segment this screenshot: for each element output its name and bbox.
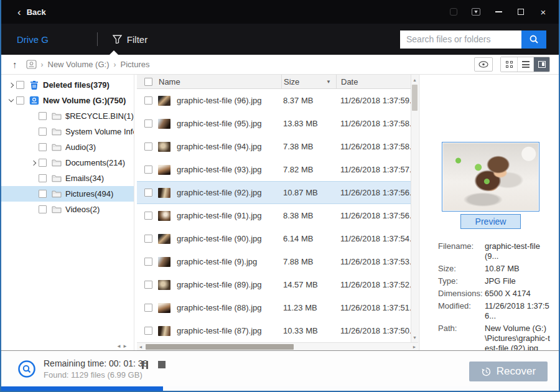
expand-arrow-icon[interactable] (6, 83, 16, 87)
scroll-left-icon[interactable]: ◄ (116, 343, 121, 349)
list-view-button[interactable] (517, 57, 533, 72)
tree-checkbox[interactable] (39, 174, 47, 182)
tree-item[interactable]: Audio(3) (1, 139, 134, 155)
horizontal-scroll-thumb[interactable] (146, 344, 294, 350)
tree-item[interactable]: New Volume (G:)(750) (1, 93, 134, 108)
select-all-checkbox[interactable] (144, 78, 152, 86)
vertical-scroll-thumb[interactable] (412, 85, 418, 111)
tree-item[interactable]: $RECYCLE.BIN(1) (1, 108, 134, 124)
minimize-button[interactable] (490, 5, 506, 19)
file-name: graphic-test-file (94).jpg (177, 142, 262, 151)
sort-desc-icon[interactable]: ▼ (326, 79, 331, 85)
scroll-right-icon[interactable]: ► (411, 343, 418, 350)
panel-toggle-icon[interactable] (468, 5, 484, 19)
preview-button[interactable]: Preview (460, 214, 521, 229)
scroll-down-icon[interactable]: ▼ (411, 334, 418, 341)
search-input[interactable] (400, 30, 521, 49)
file-size: 8.37 MB (281, 96, 336, 105)
scroll-left-icon[interactable]: ◄ (137, 343, 144, 350)
tree-checkbox[interactable] (39, 159, 47, 167)
view-mode-group (500, 57, 550, 72)
table-row[interactable]: graphic-test-file (96).jpg 8.37 MB 11/26… (137, 89, 411, 112)
scroll-right-icon[interactable]: ► (123, 343, 128, 349)
preview-pane-button[interactable] (533, 57, 549, 72)
up-arrow-icon[interactable]: ↑ (12, 59, 17, 70)
column-header-date[interactable]: Date (336, 75, 411, 88)
expand-arrow-icon[interactable] (6, 100, 16, 101)
row-checkbox[interactable] (144, 212, 152, 220)
table-row[interactable]: graphic-test-file (90).jpg 6.14 MB 11/26… (137, 227, 411, 250)
file-size: 7.88 MB (281, 257, 336, 266)
grid-view-button[interactable] (501, 57, 517, 72)
eye-icon (478, 61, 488, 68)
tree-item-icon (51, 111, 62, 121)
file-size: 10.33 MB (281, 326, 336, 335)
tree-checkbox[interactable] (39, 112, 47, 120)
table-row[interactable]: graphic-test-file (94).jpg 7.38 MB 11/26… (137, 135, 411, 158)
back-button[interactable]: ‹ Back (17, 7, 46, 17)
table-row[interactable]: graphic-test-file (87).jpg 10.33 MB 11/2… (137, 319, 411, 342)
close-button[interactable]: × (535, 5, 551, 19)
stop-button[interactable] (158, 361, 166, 368)
tree-checkbox[interactable] (39, 128, 47, 136)
row-checkbox[interactable] (144, 96, 152, 105)
table-row[interactable]: graphic-test-file (91).jpg 8.38 MB 11/26… (137, 204, 411, 227)
tree-item[interactable]: Documents(214) (1, 155, 134, 170)
maximize-button[interactable] (513, 5, 529, 19)
table-row[interactable]: graphic-test-file (88).jpg 11.23 MB 11/2… (137, 296, 411, 319)
tab-drive-g[interactable]: Drive G (17, 34, 49, 45)
tree-item[interactable]: Videos(2) (1, 202, 134, 217)
recover-button[interactable]: Recover (469, 362, 548, 381)
file-name: graphic-test-file (90).jpg (177, 234, 262, 243)
sidebar-scrollbar[interactable]: ◄ ► (116, 343, 128, 349)
tree-item-label: Audio(3) (65, 142, 96, 152)
breadcrumb-folder[interactable]: Pictures (120, 60, 149, 69)
file-name: graphic-test-file (87).jpg (177, 326, 262, 335)
file-name: graphic-test-file (96).jpg (177, 96, 262, 105)
file-thumbnail (158, 303, 170, 313)
search-bar (400, 30, 546, 49)
row-checkbox[interactable] (144, 189, 152, 197)
horizontal-scrollbar[interactable]: ◄ ► (137, 342, 418, 350)
table-row[interactable]: graphic-test-file (93).jpg 7.82 MB 11/26… (137, 158, 411, 181)
tree-checkbox[interactable] (16, 96, 24, 105)
file-date: 11/26/2018 1:37:53. (336, 257, 411, 266)
tree-item-label: Pictures(494) (65, 189, 113, 198)
vertical-scrollbar[interactable]: ▲ ▼ (411, 75, 418, 342)
row-checkbox[interactable] (144, 304, 152, 312)
tree-checkbox[interactable] (39, 143, 47, 151)
file-name: graphic-test-file (92).jpg (177, 188, 262, 197)
preview-eye-button[interactable] (474, 57, 493, 72)
file-date: 11/26/2018 1:37:51. (336, 303, 411, 312)
table-row[interactable]: graphic-test-file (89).jpg 14.57 MB 11/2… (137, 273, 411, 296)
tree-item[interactable]: Pictures(494) (1, 186, 134, 202)
tree-item[interactable]: Deleted files(379) (1, 77, 134, 93)
row-checkbox[interactable] (144, 281, 152, 289)
capture-icon[interactable] (446, 5, 462, 19)
table-row[interactable]: graphic-test-file (9).jpg 7.88 MB 11/26/… (137, 250, 411, 273)
filter-button[interactable]: Filter (113, 34, 147, 45)
tree-checkbox[interactable] (16, 81, 24, 89)
row-checkbox[interactable] (144, 327, 152, 335)
row-checkbox[interactable] (144, 235, 152, 243)
column-header-size[interactable]: Size ▼ (281, 75, 336, 88)
tree-checkbox[interactable] (39, 190, 47, 198)
table-row[interactable]: graphic-test-file (95).jpg 13.83 MB 11/2… (137, 112, 411, 135)
row-checkbox[interactable] (144, 142, 152, 151)
search-button[interactable] (521, 30, 546, 49)
column-header-name[interactable]: Name (159, 77, 180, 86)
breadcrumb-volume[interactable]: New Volume (G:) (48, 60, 110, 69)
pause-button[interactable] (142, 361, 151, 369)
row-checkbox[interactable] (144, 166, 152, 174)
tree-item[interactable]: System Volume Informati (1, 124, 134, 139)
file-size: 6.14 MB (281, 234, 336, 243)
tree-checkbox[interactable] (39, 205, 47, 213)
row-checkbox[interactable] (144, 258, 152, 266)
tree-item[interactable]: Emails(34) (1, 170, 134, 186)
scroll-up-icon[interactable]: ▲ (411, 76, 418, 83)
expand-arrow-icon[interactable] (29, 161, 39, 165)
detail-value: 11/26/2018 1:37:56... (485, 301, 551, 321)
row-checkbox[interactable] (144, 119, 152, 128)
file-size: 11.23 MB (281, 303, 336, 312)
table-row[interactable]: graphic-test-file (92).jpg 10.87 MB 11/2… (137, 181, 411, 204)
